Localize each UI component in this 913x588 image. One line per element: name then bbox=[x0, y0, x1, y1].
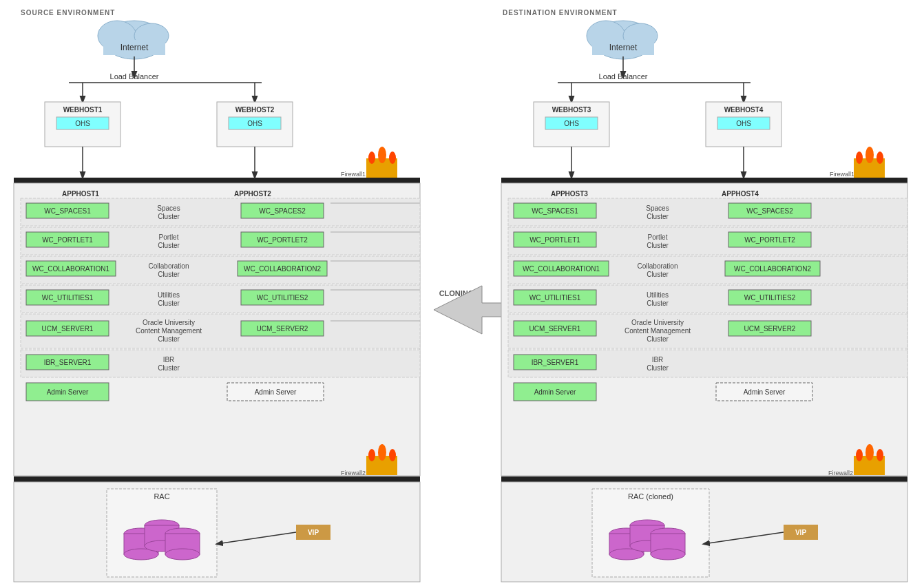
source-webhost1-ohs-label: OHS bbox=[75, 120, 90, 127]
source-fw2-flame3 bbox=[389, 449, 396, 461]
source-portlet-cluster-label2: Cluster bbox=[158, 242, 180, 249]
dest-ibr-cluster-label2: Cluster bbox=[647, 364, 669, 372]
source-ucm-server1-label: UCM_SERVER1 bbox=[42, 325, 94, 333]
source-collab-cluster-label2: Cluster bbox=[158, 271, 180, 278]
source-admin-server1-label: Admin Server bbox=[47, 388, 89, 396]
source-apphost2-label: APPHOST2 bbox=[234, 190, 271, 198]
source-webhost2-ohs-label: OHS bbox=[247, 120, 262, 127]
dest-fw1-flame1 bbox=[856, 151, 863, 164]
source-wc-util1-label: WC_UTILITIES1 bbox=[42, 294, 94, 302]
dest-wc-spaces2-label: WC_SPACES2 bbox=[746, 207, 793, 215]
dest-wc-spaces1-label: WC_SPACES1 bbox=[532, 207, 578, 215]
dest-apphost3-label: APPHOST3 bbox=[551, 190, 588, 198]
source-fw2-flame2 bbox=[378, 444, 386, 461]
dest-portlet-cluster-label2: Cluster bbox=[647, 242, 669, 249]
dest-lb-label: Load Balancer bbox=[599, 72, 648, 81]
dest-webhost3-ohs-label: OHS bbox=[564, 120, 579, 127]
dest-portlet-cluster-label: Portlet bbox=[648, 233, 668, 241]
source-ucm-server2-label: UCM_SERVER2 bbox=[257, 325, 308, 333]
dest-ucm-server2-label: UCM_SERVER2 bbox=[744, 325, 796, 333]
source-util-cluster-label: Utilities bbox=[158, 291, 180, 299]
dest-wc-portlet1-label: WC_PORTLET1 bbox=[529, 236, 580, 244]
source-ucm-cluster-label1: Oracle University bbox=[143, 319, 195, 326]
dest-ibr-cluster-label1: IBR bbox=[652, 356, 664, 364]
dest-util-cluster-label2: Cluster bbox=[647, 300, 669, 307]
dest-fw1-label: Firewall1 bbox=[830, 171, 854, 178]
dest-fw2-label: Firewall2 bbox=[828, 470, 853, 476]
dest-fw1-flame2 bbox=[865, 147, 874, 163]
source-env-label: SOURCE ENVIRONMENT bbox=[21, 9, 115, 17]
dest-collab-cluster-label2: Cluster bbox=[647, 271, 669, 278]
dest-fw2-thick-line bbox=[501, 476, 907, 482]
dest-fw2-flame1 bbox=[856, 449, 863, 461]
source-rac-label: RAC bbox=[154, 492, 169, 501]
source-fw2-flame1 bbox=[368, 449, 375, 461]
source-wc-collab2-label: WC_COLLABORATION2 bbox=[244, 265, 321, 273]
source-vip-label: VIP bbox=[308, 529, 319, 536]
dest-util-cluster-label: Utilities bbox=[647, 291, 669, 299]
dest-admin-server2-label: Admin Server bbox=[744, 388, 786, 396]
dest-apphost4-label: APPHOST4 bbox=[722, 190, 759, 198]
dest-webhost3-label: WEBHOST3 bbox=[552, 106, 591, 114]
dest-wc-collab2-label: WC_COLLABORATION2 bbox=[734, 265, 811, 273]
source-portlet-cluster-label: Portlet bbox=[159, 233, 179, 241]
dest-spaces-cluster-label: Spaces bbox=[646, 204, 669, 212]
source-fw1-flame2 bbox=[378, 147, 386, 163]
dst-db3-bottom bbox=[651, 549, 685, 560]
source-ibr-cluster-label1: IBR bbox=[163, 356, 175, 364]
source-ibr-cluster-label2: Cluster bbox=[158, 364, 180, 372]
source-spaces-cluster-label2: Cluster bbox=[158, 213, 180, 220]
dest-webhost4-ohs-label: OHS bbox=[736, 120, 751, 127]
dest-vip-label: VIP bbox=[795, 529, 806, 536]
source-admin-server2-label: Admin Server bbox=[255, 388, 297, 396]
dest-ucm-server1-label: UCM_SERVER1 bbox=[529, 325, 581, 333]
dest-fw1-flame3 bbox=[877, 151, 883, 164]
source-wc-util2-label: WC_UTILITIES2 bbox=[257, 294, 308, 302]
source-fw1-flame1 bbox=[368, 151, 375, 164]
dest-webhost4-label: WEBHOST4 bbox=[724, 106, 764, 114]
source-webhost1-label: WEBHOST1 bbox=[63, 106, 103, 114]
dest-wc-collab1-label: WC_COLLABORATION1 bbox=[523, 265, 600, 273]
source-fw2-label: Firewall2 bbox=[341, 470, 366, 476]
source-wc-portlet2-label: WC_PORTLET2 bbox=[257, 236, 308, 244]
source-webhost2-label: WEBHOST2 bbox=[235, 106, 275, 114]
source-util-cluster-label2: Cluster bbox=[158, 300, 180, 307]
dest-admin-server1-label: Admin Server bbox=[534, 388, 576, 396]
source-apphost1-label: APPHOST1 bbox=[62, 190, 99, 198]
source-fw1-flame3 bbox=[389, 151, 396, 164]
source-spaces-cluster-label: Spaces bbox=[157, 204, 180, 212]
dest-wc-util2-label: WC_UTILITIES2 bbox=[744, 294, 796, 302]
dest-wc-util1-label: WC_UTILITIES1 bbox=[529, 294, 581, 302]
source-ibr-server1-label: IBR_SERVER1 bbox=[44, 359, 92, 366]
dest-collab-cluster-label: Collaboration bbox=[638, 262, 678, 270]
source-ucm-cluster-label3: Cluster bbox=[158, 335, 180, 343]
source-internet-label: Internet bbox=[120, 43, 149, 52]
dest-wc-portlet2-label: WC_PORTLET2 bbox=[744, 236, 795, 244]
dest-env-label: DESTINATION ENVIRONMENT bbox=[503, 9, 618, 17]
dest-fw1-thick-line bbox=[501, 178, 907, 183]
source-wc-collab1-label: WC_COLLABORATION1 bbox=[32, 265, 109, 273]
dest-spaces-cluster-label2: Cluster bbox=[647, 213, 669, 220]
dest-ibr-server1-label: IBR_SERVER1 bbox=[532, 359, 579, 366]
src-db3-bottom bbox=[165, 549, 200, 560]
source-ucm-cluster-label2: Content Management bbox=[136, 327, 202, 335]
source-wc-spaces1-label: WC_SPACES1 bbox=[44, 207, 91, 215]
source-fw1-thick-line bbox=[14, 178, 420, 183]
source-wc-portlet1-label: WC_PORTLET1 bbox=[42, 236, 93, 244]
dest-ucm-cluster-label2: Content Management bbox=[625, 327, 691, 335]
dest-internet-label: Internet bbox=[609, 43, 638, 52]
dest-rac-label: RAC (cloned) bbox=[628, 492, 673, 501]
source-collab-cluster-label: Collaboration bbox=[149, 262, 189, 270]
dest-ucm-cluster-label3: Cluster bbox=[647, 335, 669, 343]
dest-fw2-flame2 bbox=[865, 444, 874, 461]
source-lb-label: Load Balancer bbox=[110, 72, 159, 81]
source-wc-spaces2-label: WC_SPACES2 bbox=[259, 207, 306, 215]
dest-ucm-cluster-label1: Oracle University bbox=[631, 319, 684, 326]
source-fw2-thick-line bbox=[14, 476, 420, 482]
dest-fw2-flame3 bbox=[877, 449, 883, 461]
source-fw1-label: Firewall1 bbox=[341, 171, 366, 178]
